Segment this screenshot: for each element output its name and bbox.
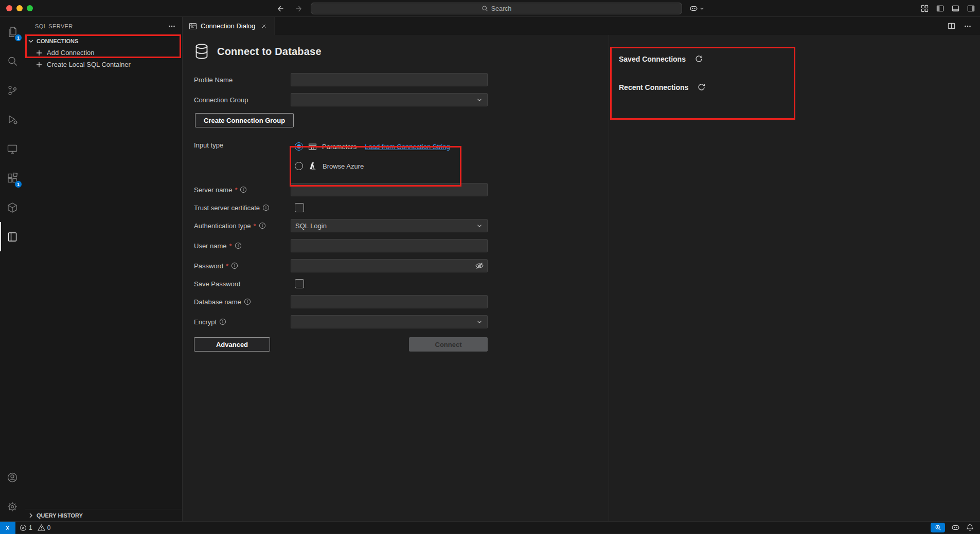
search-icon <box>6 55 19 67</box>
parameters-radio-label[interactable]: Parameters <box>322 143 357 151</box>
browse-azure-radio[interactable] <box>295 162 303 170</box>
sidebar-title: SQL SERVER <box>35 23 73 29</box>
search-placeholder: Search <box>491 5 512 12</box>
connection-group-dropdown[interactable] <box>291 93 488 106</box>
extensions-badge: 1 <box>14 180 22 188</box>
parameters-radio[interactable] <box>295 142 303 151</box>
problems-status[interactable]: 1 0 <box>15 524 58 531</box>
sidebar-item-add-connection[interactable]: Add Connection <box>25 47 182 59</box>
activity-bar: 1 1 <box>0 17 25 521</box>
connection-dialog-icon <box>189 22 197 30</box>
layout-grid-icon[interactable] <box>921 5 929 12</box>
encrypt-dropdown[interactable] <box>291 315 488 328</box>
remote-indicator[interactable] <box>0 522 15 534</box>
sidebar-section-query-history[interactable]: QUERY HISTORY <box>25 509 182 521</box>
zoom-status-button[interactable] <box>931 523 945 532</box>
info-icon[interactable] <box>262 204 270 211</box>
info-icon[interactable] <box>240 186 247 193</box>
database-icon <box>194 43 209 60</box>
refresh-icon[interactable] <box>697 83 706 91</box>
profile-name-input[interactable] <box>291 73 488 86</box>
required-marker: * <box>235 186 237 194</box>
plus-icon <box>35 61 43 69</box>
authentication-type-dropdown[interactable]: SQL Login <box>291 219 488 232</box>
eye-off-icon[interactable] <box>475 261 484 270</box>
close-icon[interactable] <box>259 21 269 31</box>
activitybar-item-accounts[interactable] <box>0 463 25 492</box>
minimize-window-button[interactable] <box>16 5 23 11</box>
authentication-type-label: Authentication type <box>194 222 251 230</box>
copilot-menu[interactable] <box>689 0 704 17</box>
sidebar-item-create-local-sql-container[interactable]: Create Local SQL Container <box>25 59 182 70</box>
chevron-down-icon <box>476 222 483 229</box>
status-bar: 1 0 <box>0 521 980 533</box>
bell-icon[interactable] <box>966 524 974 531</box>
toggle-panel-icon[interactable] <box>952 5 959 12</box>
section-label: QUERY HISTORY <box>37 512 83 519</box>
connect-button[interactable]: Connect <box>409 337 488 352</box>
info-icon[interactable] <box>259 222 266 229</box>
activitybar-item-containers[interactable] <box>0 193 25 222</box>
activitybar-item-explorer[interactable]: 1 <box>0 17 25 46</box>
activitybar-item-extensions[interactable]: 1 <box>0 163 25 193</box>
remote-icon <box>4 524 11 531</box>
zoom-window-button[interactable] <box>27 5 33 11</box>
connection-dialog-form: Connect to Database Profile Name Connect… <box>183 35 609 521</box>
toggle-sidebar-icon[interactable] <box>936 5 944 12</box>
connections-browser-panel: Saved Connections Recent Connections <box>609 35 980 521</box>
chevron-down-icon <box>700 6 704 11</box>
activitybar-item-sql-server[interactable] <box>0 222 25 251</box>
activitybar-item-search[interactable] <box>0 46 25 76</box>
azure-icon <box>308 161 317 171</box>
accounts-icon <box>6 471 19 484</box>
toggle-secondary-sidebar-icon[interactable] <box>967 5 975 12</box>
tab-connection-dialog[interactable]: Connection Dialog <box>183 17 275 35</box>
save-password-label: Save Password <box>194 280 240 288</box>
create-connection-group-button[interactable]: Create Connection Group <box>195 113 294 127</box>
info-icon[interactable] <box>235 242 242 249</box>
back-arrow-icon[interactable] <box>276 5 284 13</box>
editor-more-actions-icon[interactable] <box>964 22 972 30</box>
password-input[interactable] <box>291 259 488 272</box>
page-title: Connect to Database <box>217 46 322 58</box>
info-icon[interactable] <box>219 318 226 325</box>
close-window-button[interactable] <box>6 5 12 11</box>
input-type-label: Input type <box>194 141 223 149</box>
load-from-connection-string-link[interactable]: Load from Connection String <box>365 143 450 151</box>
server-name-label: Server name <box>194 186 232 194</box>
activitybar-item-run-debug[interactable] <box>0 105 25 134</box>
server-name-input[interactable] <box>291 183 488 196</box>
sql-server-icon <box>6 231 19 243</box>
required-marker: * <box>229 242 232 250</box>
split-editor-icon[interactable] <box>948 22 955 30</box>
copilot-status-icon[interactable] <box>951 523 960 532</box>
activitybar-item-source-control[interactable] <box>0 76 25 105</box>
item-label: Create Local SQL Container <box>47 61 131 68</box>
trust-server-certificate-checkbox[interactable] <box>295 203 304 212</box>
info-icon[interactable] <box>231 262 238 269</box>
warning-icon <box>38 524 45 531</box>
copilot-icon <box>689 4 698 13</box>
more-actions-icon[interactable] <box>168 22 176 30</box>
info-icon[interactable] <box>244 298 251 305</box>
browse-azure-radio-label[interactable]: Browse Azure <box>323 162 364 170</box>
forward-arrow-icon[interactable] <box>295 5 304 13</box>
warning-count: 0 <box>47 524 51 531</box>
remote-explorer-icon <box>6 143 19 155</box>
trust-server-certificate-label: Trust server certificate <box>194 204 260 212</box>
activitybar-item-settings[interactable] <box>0 492 25 521</box>
source-control-icon <box>6 84 19 97</box>
advanced-button[interactable]: Advanced <box>194 337 270 352</box>
password-label: Password <box>194 262 223 270</box>
user-name-input[interactable] <box>291 239 488 252</box>
sidebar-sql-server: SQL SERVER CONNECTIONS Add Connection Cr… <box>25 17 183 521</box>
activitybar-item-remote-explorer[interactable] <box>0 134 25 163</box>
user-name-label: User name <box>194 242 227 250</box>
settings-gear-icon <box>6 501 19 513</box>
database-name-input[interactable] <box>291 295 488 308</box>
refresh-icon[interactable] <box>694 54 703 63</box>
command-center-search[interactable]: Search <box>311 3 682 14</box>
chevron-down-icon <box>27 37 35 45</box>
save-password-checkbox[interactable] <box>295 279 304 288</box>
sidebar-section-connections[interactable]: CONNECTIONS <box>25 35 182 47</box>
